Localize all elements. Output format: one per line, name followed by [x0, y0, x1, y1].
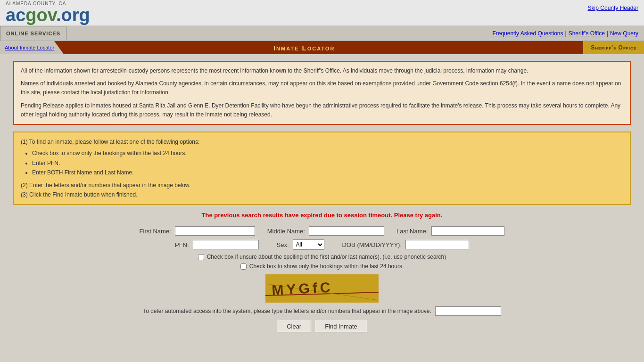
logo-ac: ac: [6, 5, 25, 25]
captcha-input-row: To deter automated access into the syste…: [13, 306, 631, 316]
captcha-input[interactable]: [435, 306, 501, 316]
instructions-bullet3: Enter BOTH First Name and Last Name.: [32, 168, 623, 177]
sheriffs-office-link[interactable]: Sheriff's Office: [569, 30, 605, 37]
warning-line1: All of the information shown for arreste…: [21, 66, 623, 75]
nav-separator-1: |: [565, 30, 567, 37]
middle-name-input[interactable]: [309, 226, 384, 236]
sex-select[interactable]: All Male Female: [293, 239, 324, 250]
logo-gov: gov: [25, 5, 56, 25]
last-name-input[interactable]: [431, 226, 504, 236]
faq-link[interactable]: Frequently Asked Questions: [492, 30, 563, 37]
pfn-sex-dob-row: PFN: Sex: All Male Female DOB (MM/DD/YYY…: [13, 239, 631, 250]
search-form: First Name: Middle Name: Last Name: PFN:…: [13, 226, 631, 332]
find-inmate-button[interactable]: Find Inmate: [315, 321, 367, 332]
clear-button[interactable]: Clear: [277, 321, 311, 332]
skip-county-header-link[interactable]: Skip County Header: [588, 3, 638, 11]
instructions-step2: (2) Enter the letters and/or numbers tha…: [21, 181, 623, 190]
about-inmate-locator-link[interactable]: About Inmate Locator: [5, 45, 54, 50]
instructions-list: Check box to show only the bookings with…: [32, 148, 623, 177]
captcha-instruction-text: To deter automated access into the syste…: [143, 308, 431, 314]
last24-row: Check box to show only the bookings with…: [13, 263, 631, 270]
instructions-bullet1: Check box to show only the bookings with…: [32, 148, 623, 158]
top-nav-links: Frequently Asked Questions | Sheriff's O…: [68, 26, 644, 41]
new-query-link[interactable]: New Query: [610, 30, 638, 37]
name-row: First Name: Middle Name: Last Name:: [13, 226, 631, 236]
logo-org-text: .org: [56, 5, 90, 25]
last24-label: Check box to show only the bookings with…: [249, 263, 404, 270]
phonetic-search-checkbox[interactable]: [198, 254, 204, 260]
county-header: ALAMEDA COUNTY, CA acgov.org Skip County…: [0, 0, 644, 26]
instructions-bullet2: Enter PFN.: [32, 158, 623, 168]
instructions-step1: (1) To find an inmate, please follow at …: [21, 137, 623, 147]
first-name-input[interactable]: [175, 226, 255, 236]
main-wrapper: ONLINE SERVICES Frequently Asked Questio…: [0, 26, 644, 362]
content-area: All of the information shown for arreste…: [0, 54, 644, 342]
logo-main-text: acgov.org: [6, 5, 90, 25]
dob-input[interactable]: [405, 240, 469, 249]
svg-text:MYGfC: MYGfC: [272, 280, 334, 298]
phonetic-search-label: Check box if unsure about the spelling o…: [207, 254, 446, 260]
button-row: Clear Find Inmate: [13, 321, 631, 332]
title-bar: About Inmate Locator Inmate Locator Sher…: [0, 41, 644, 54]
about-link-wrapper: About Inmate Locator: [0, 41, 64, 54]
pfn-label: PFN:: [175, 241, 189, 248]
instructions-step3: (3) Click the Find Inmate button when fi…: [21, 190, 623, 199]
captcha-image: MYGfC: [265, 274, 379, 303]
last-name-label: Last Name:: [396, 228, 428, 235]
warning-line3: Pending Release applies to inmates house…: [21, 101, 623, 119]
sex-label: Sex:: [277, 241, 289, 248]
logo: ALAMEDA COUNTY, CA acgov.org: [6, 1, 90, 24]
middle-name-label: Middle Name:: [267, 228, 305, 235]
sheriffs-office-badge: Sheriff's Office: [582, 41, 644, 54]
nav-separator-2: |: [607, 30, 608, 37]
warning-box: All of the information shown for arreste…: [13, 61, 631, 125]
phonetic-search-row: Check box if unsure about the spelling o…: [13, 254, 631, 260]
top-nav: ONLINE SERVICES Frequently Asked Questio…: [0, 26, 644, 41]
pfn-input[interactable]: [193, 240, 259, 249]
warning-line2: Names of individuals arrested and booked…: [21, 79, 623, 97]
page-title: Inmate Locator: [26, 44, 582, 52]
timeout-message: The previous search results have expired…: [13, 212, 631, 219]
captcha-container: MYGfC: [13, 274, 631, 303]
first-name-label: First Name:: [140, 228, 171, 235]
last24-checkbox[interactable]: [240, 263, 247, 270]
online-services-tab: ONLINE SERVICES: [0, 26, 66, 41]
instructions-box: (1) To find an inmate, please follow at …: [13, 132, 631, 205]
dob-label: DOB (MM/DD/YYYY):: [342, 241, 402, 248]
